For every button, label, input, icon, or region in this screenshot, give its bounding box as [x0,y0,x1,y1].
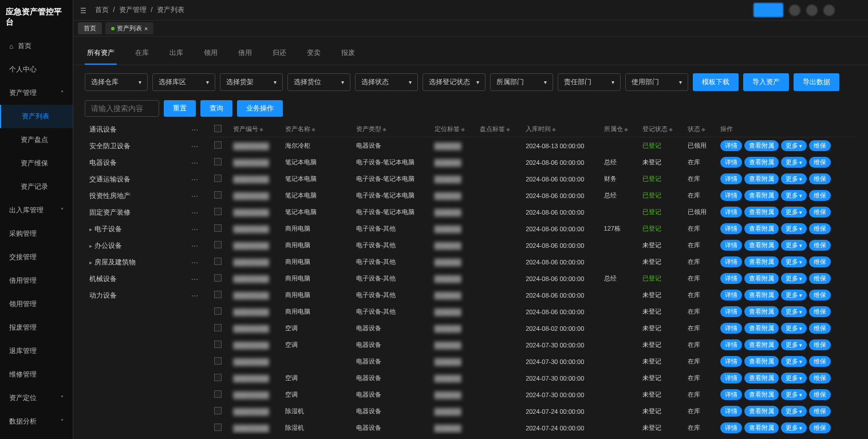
query-button[interactable]: 查询 [200,100,232,117]
maint-button[interactable]: 维保 [809,356,831,367]
attach-button[interactable]: 查看附属 [744,240,779,251]
row-checkbox[interactable] [214,374,222,381]
more-button[interactable]: 更多 [781,190,807,201]
nav-item[interactable]: ⌂首页 [0,34,73,58]
toolbar-button[interactable]: 导出数据 [794,73,839,91]
row-checkbox[interactable] [214,307,222,315]
tree-item[interactable]: 电器设备⋯ [85,155,203,171]
detail-button[interactable]: 详情 [720,157,742,168]
nav-item[interactable]: 维修管理 [0,363,73,386]
nav-item[interactable]: 采购管理 [0,222,73,246]
breadcrumb-item[interactable]: 资产列表 [157,6,184,14]
row-checkbox[interactable] [214,158,222,165]
more-icon[interactable]: ⋯ [191,226,198,234]
row-checkbox[interactable] [214,241,222,248]
attach-button[interactable]: 查看附属 [744,422,779,433]
nav-item[interactable]: 领用管理 [0,292,73,316]
more-button[interactable]: 更多 [781,406,807,417]
row-checkbox[interactable] [214,291,222,298]
nav-item[interactable]: 出入库管理˅ [0,199,73,222]
tree-item[interactable]: 安全防卫设备⋯ [85,138,203,155]
detail-button[interactable]: 详情 [720,422,742,433]
nav-item[interactable]: 个人中心 [0,58,73,81]
filter-select[interactable]: 选择货架▾ [220,73,283,91]
toolbar-button[interactable]: 模板下载 [693,73,739,91]
maint-button[interactable]: 维保 [809,173,831,184]
detail-button[interactable]: 详情 [720,240,742,251]
more-button[interactable]: 更多 [781,173,807,184]
attach-button[interactable]: 查看附属 [744,140,779,151]
attach-button[interactable]: 查看附属 [744,389,779,400]
detail-button[interactable]: 详情 [720,406,742,417]
maint-button[interactable]: 维保 [809,323,831,334]
more-button[interactable]: 更多 [781,207,807,217]
maint-button[interactable]: 维保 [809,273,831,284]
more-button[interactable]: 更多 [781,356,807,367]
detail-button[interactable]: 详情 [720,190,742,201]
more-button[interactable]: 更多 [781,157,807,168]
more-button[interactable]: 更多 [781,373,807,383]
maint-button[interactable]: 维保 [809,256,831,267]
row-checkbox[interactable] [214,175,222,182]
nav-item[interactable]: 数据分析˅ [0,410,73,433]
maint-button[interactable]: 维保 [809,373,831,383]
subtab[interactable]: 所有资产 [85,43,117,65]
nav-subitem[interactable]: 资产记录 [0,175,73,199]
more-button[interactable]: 更多 [781,256,807,267]
subtab[interactable]: 报废 [339,43,357,65]
maint-button[interactable]: 维保 [809,223,831,234]
breadcrumb-item[interactable]: 首页 [95,6,109,14]
biz-button[interactable]: 业务操作 [237,100,283,117]
maint-button[interactable]: 维保 [809,339,831,350]
more-icon[interactable]: ⋯ [191,209,198,217]
attach-button[interactable]: 查看附属 [744,207,779,217]
filter-select[interactable]: 所属部门▾ [490,73,553,91]
search-input[interactable] [85,100,159,117]
subtab[interactable]: 变卖 [305,43,323,65]
filter-select[interactable]: 选择货位▾ [287,73,350,91]
attach-button[interactable]: 查看附属 [744,173,779,184]
filter-select[interactable]: 选择库区▾ [152,73,215,91]
detail-button[interactable]: 详情 [720,373,742,383]
maint-button[interactable]: 维保 [809,389,831,400]
nav-item[interactable]: 报废管理 [0,316,73,339]
nav-item[interactable]: 报警管理 [0,433,73,439]
attach-button[interactable]: 查看附属 [744,339,779,350]
subtab[interactable]: 在库 [133,43,151,65]
row-checkbox[interactable] [214,274,222,282]
col-header[interactable]: 所属仓◆ [599,121,638,137]
filter-select[interactable]: 选择仓库▾ [85,73,148,91]
tree-item[interactable]: 通讯设备⋯ [85,121,203,138]
tree-item[interactable]: 机械设备⋯ [85,271,203,287]
attach-button[interactable]: 查看附属 [744,373,779,383]
detail-button[interactable]: 详情 [720,273,742,284]
detail-button[interactable]: 详情 [720,323,742,334]
attach-button[interactable]: 查看附属 [744,157,779,168]
row-checkbox[interactable] [214,141,222,149]
more-icon[interactable]: ⋯ [191,242,198,250]
more-icon[interactable]: ⋯ [191,143,198,151]
topbar-action[interactable] [753,3,783,17]
attach-button[interactable]: 查看附属 [744,356,779,367]
avatar[interactable] [789,5,800,16]
row-checkbox[interactable] [214,424,222,431]
row-checkbox[interactable] [214,258,222,265]
attach-button[interactable]: 查看附属 [744,306,779,317]
more-button[interactable]: 更多 [781,290,807,300]
subtab[interactable]: 出库 [167,43,186,65]
reset-button[interactable]: 重置 [164,100,196,117]
attach-button[interactable]: 查看附属 [744,273,779,284]
more-button[interactable]: 更多 [781,273,807,284]
nav-subitem[interactable]: 资产盘点 [0,128,73,152]
more-button[interactable]: 更多 [781,422,807,433]
nav-item[interactable]: 资产管理˄ [0,81,73,105]
nav-item[interactable]: 退库管理 [0,339,73,363]
detail-button[interactable]: 详情 [720,306,742,317]
col-header[interactable]: 定位标签◆ [430,121,476,137]
detail-button[interactable]: 详情 [720,173,742,184]
nav-subitem[interactable]: 资产维保 [0,152,73,175]
subtab[interactable]: 领用 [202,43,220,65]
nav-item[interactable]: 交接管理 [0,246,73,269]
detail-button[interactable]: 详情 [720,140,742,151]
attach-button[interactable]: 查看附属 [744,256,779,267]
